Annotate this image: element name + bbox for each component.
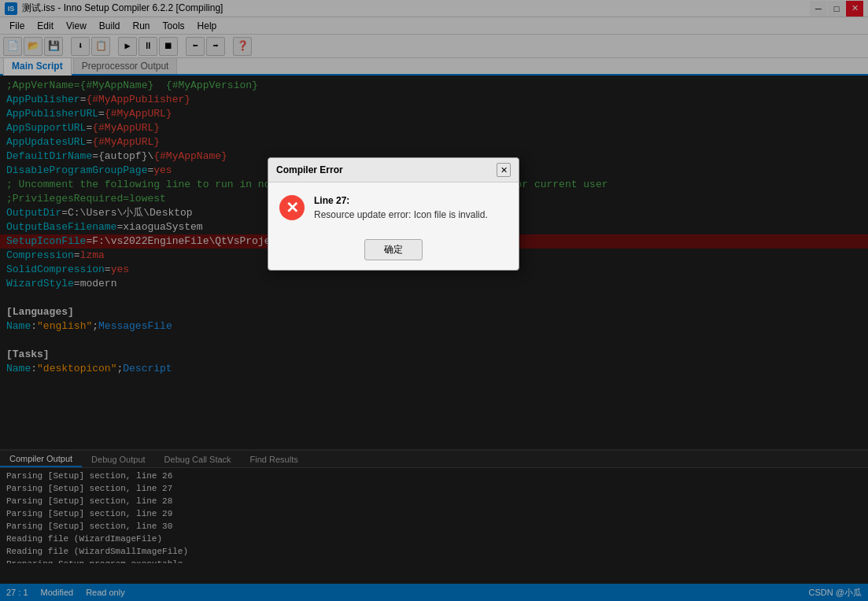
title-bar: IS 测试.iss - Inno Setup Compiler 6.2.2 [C… (0, 0, 868, 17)
status-line: 27 : 1 (6, 588, 28, 597)
dialog-title-bar: Compiler Error ✕ (268, 158, 519, 183)
status-modified: Modified (41, 588, 74, 597)
editor-tabs: Main Script Preprocessor Output (0, 58, 868, 76)
error-icon: ✕ (279, 195, 305, 220)
compiler-error-dialog: Compiler Error ✕ ✕ Line 27: Resource upd… (268, 157, 519, 271)
menu-edit[interactable]: Edit (31, 19, 60, 33)
out-line-2: Parsing [Setup] section, line 27 (6, 482, 862, 495)
window-title: 测试.iss - Inno Setup Compiler 6.2.2 [Comp… (22, 2, 810, 15)
toolbar-btn4[interactable]: ⬇ (71, 37, 90, 56)
out-line-5: Parsing [Setup] section, line 30 (6, 520, 862, 533)
dialog-close-button[interactable]: ✕ (497, 163, 511, 177)
dialog-title: Compiler Error (276, 164, 343, 175)
code-line-21: Name: "desktopicon"; Descript (0, 362, 868, 376)
toolbar-btn9[interactable]: ⬅ (186, 37, 205, 56)
out-line-7: Reading file (WizardSmallImageFile) (6, 545, 862, 558)
out-line-8: Preparing Setup program executable (6, 558, 862, 563)
menu-run[interactable]: Run (127, 19, 157, 33)
close-button[interactable]: ✕ (846, 1, 863, 17)
tab-compiler-output[interactable]: Compiler Output (0, 451, 82, 467)
run-button[interactable]: ▶ (118, 37, 137, 56)
output-tabs: Compiler Output Debug Output Debug Call … (0, 451, 868, 468)
out-line-4: Parsing [Setup] section, line 29 (6, 507, 862, 520)
status-encoding: CSDN @小瓜 (809, 587, 862, 599)
new-button[interactable]: 📄 (3, 37, 22, 56)
code-line-18: Name: "english"; MessagesFile (0, 319, 868, 334)
out-line-6: Reading file (WizardImageFile) (6, 533, 862, 545)
dialog-message: Line 27: Resource update error: Icon fil… (314, 195, 508, 220)
status-readonly: Read only (86, 588, 125, 597)
code-line-4: AppSupportURL={#MyAppURL} (0, 121, 868, 135)
toolbar-btn10[interactable]: ➡ (206, 37, 225, 56)
dialog-line1: Line 27: (314, 195, 508, 206)
dialog-body: ✕ Line 27: Resource update error: Icon f… (268, 183, 519, 233)
output-content: Parsing [Setup] section, line 26 Parsing… (0, 468, 868, 563)
open-button[interactable]: 📂 (24, 37, 42, 56)
code-line-2: AppPublisher={#MyAppPublisher} (0, 93, 868, 107)
code-line-20: [Tasks] (0, 348, 868, 362)
window-controls: ─ □ ✕ (810, 1, 863, 17)
out-line-3: Parsing [Setup] section, line 28 (6, 495, 862, 507)
app-icon: IS (5, 2, 17, 15)
help-button[interactable]: ❓ (233, 37, 252, 56)
tab-find-results[interactable]: Find Results (241, 451, 308, 467)
tab-preprocessor[interactable]: Preprocessor Output (73, 57, 178, 74)
pause-button[interactable]: ⏸ (139, 37, 157, 56)
maximize-button[interactable]: □ (828, 1, 845, 17)
code-line-15: WizardStyle=modern (0, 277, 868, 291)
out-line-1: Parsing [Setup] section, line 26 (6, 470, 862, 482)
save-button[interactable]: 💾 (44, 37, 63, 56)
minimize-button[interactable]: ─ (810, 1, 827, 17)
code-line-3: AppPublisherURL={#MyAppURL} (0, 107, 868, 121)
menu-file[interactable]: File (3, 19, 31, 33)
tab-main-script[interactable]: Main Script (3, 57, 72, 76)
menu-help[interactable]: Help (191, 19, 223, 33)
stop-button[interactable]: ⏹ (159, 37, 178, 56)
code-line-16 (0, 291, 868, 305)
code-line-5: AppUpdatesURL={#MyAppURL} (0, 135, 868, 149)
output-panel: Compiler Output Debug Output Debug Call … (0, 449, 868, 563)
code-line-19 (0, 334, 868, 348)
dialog-line2: Resource update error: Icon file is inva… (314, 209, 508, 220)
toolbar-btn5[interactable]: 📋 (91, 37, 110, 56)
toolbar: 📄 📂 💾 ⬇ 📋 ▶ ⏸ ⏹ ⬅ ➡ ❓ (0, 35, 868, 58)
dialog-footer: 确定 (268, 233, 519, 270)
tab-debug-output[interactable]: Debug Output (82, 451, 155, 467)
code-line-1: ;AppVerName={#MyAppName} {#MyAppVersion} (0, 79, 868, 93)
status-bar: 27 : 1 Modified Read only CSDN @小瓜 (0, 584, 868, 601)
confirm-button[interactable]: 确定 (364, 239, 423, 260)
code-line-17: [Languages] (0, 305, 868, 319)
tab-debug-callstack[interactable]: Debug Call Stack (155, 451, 241, 467)
menu-build[interactable]: Build (93, 19, 127, 33)
menu-bar: File Edit View Build Run Tools Help (0, 17, 868, 35)
menu-view[interactable]: View (60, 19, 93, 33)
menu-tools[interactable]: Tools (157, 19, 191, 33)
